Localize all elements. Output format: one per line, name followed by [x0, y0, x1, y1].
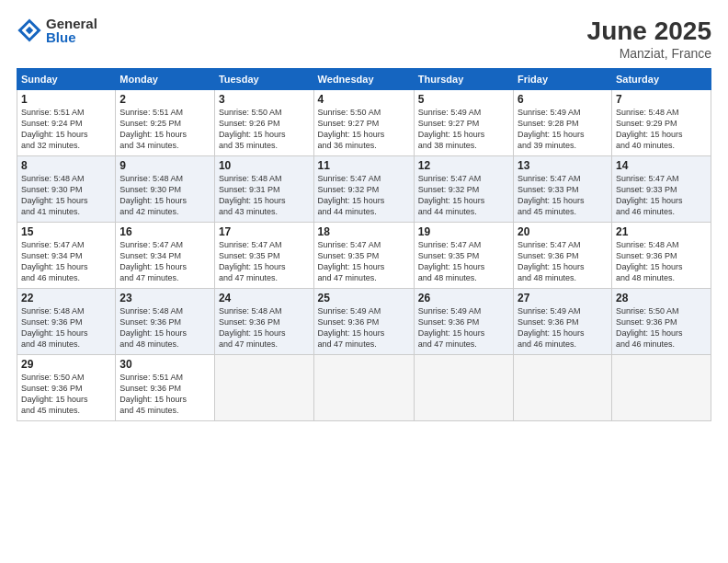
table-row: 12Sunrise: 5:47 AM Sunset: 9:32 PM Dayli…	[414, 156, 513, 223]
day-number: 17	[219, 225, 310, 238]
calendar-table: Sunday Monday Tuesday Wednesday Thursday…	[17, 68, 711, 421]
day-info: Sunrise: 5:47 AM Sunset: 9:36 PM Dayligh…	[518, 239, 608, 284]
day-info: Sunrise: 5:48 AM Sunset: 9:36 PM Dayligh…	[119, 305, 210, 350]
day-info: Sunrise: 5:47 AM Sunset: 9:35 PM Dayligh…	[219, 239, 310, 284]
header-row: Sunday Monday Tuesday Wednesday Thursday…	[17, 69, 711, 90]
calendar-header: Sunday Monday Tuesday Wednesday Thursday…	[17, 69, 711, 90]
day-number: 29	[21, 358, 111, 371]
table-row: 7Sunrise: 5:48 AM Sunset: 9:29 PM Daylig…	[611, 90, 711, 156]
day-info: Sunrise: 5:48 AM Sunset: 9:36 PM Dayligh…	[616, 239, 707, 284]
col-monday: Monday	[116, 69, 215, 90]
day-info: Sunrise: 5:47 AM Sunset: 9:32 PM Dayligh…	[418, 173, 509, 218]
month-title: June 2025	[587, 17, 711, 46]
day-number: 28	[616, 292, 707, 304]
col-sunday: Sunday	[17, 69, 116, 90]
day-number: 10	[219, 159, 310, 172]
day-info: Sunrise: 5:48 AM Sunset: 9:31 PM Dayligh…	[219, 173, 310, 218]
day-info: Sunrise: 5:47 AM Sunset: 9:34 PM Dayligh…	[119, 239, 210, 284]
table-row: 28Sunrise: 5:50 AM Sunset: 9:36 PM Dayli…	[611, 289, 711, 355]
day-info: Sunrise: 5:48 AM Sunset: 9:36 PM Dayligh…	[21, 305, 111, 350]
table-row: 21Sunrise: 5:48 AM Sunset: 9:36 PM Dayli…	[611, 223, 711, 289]
table-row: 24Sunrise: 5:48 AM Sunset: 9:36 PM Dayli…	[214, 289, 313, 355]
day-info: Sunrise: 5:49 AM Sunset: 9:36 PM Dayligh…	[418, 305, 509, 350]
day-number: 20	[518, 225, 608, 238]
day-info: Sunrise: 5:47 AM Sunset: 9:33 PM Dayligh…	[518, 173, 608, 218]
table-row: 26Sunrise: 5:49 AM Sunset: 9:36 PM Dayli…	[414, 289, 513, 355]
col-friday: Friday	[514, 69, 612, 90]
table-row: 16Sunrise: 5:47 AM Sunset: 9:34 PM Dayli…	[116, 223, 215, 289]
table-row	[214, 355, 313, 421]
calendar-week-row: 22Sunrise: 5:48 AM Sunset: 9:36 PM Dayli…	[17, 289, 711, 355]
day-number: 27	[518, 292, 608, 304]
table-row: 29Sunrise: 5:50 AM Sunset: 9:36 PM Dayli…	[17, 355, 116, 421]
day-number: 15	[21, 225, 111, 238]
day-info: Sunrise: 5:49 AM Sunset: 9:36 PM Dayligh…	[518, 305, 608, 350]
table-row	[414, 355, 513, 421]
calendar-week-row: 29Sunrise: 5:50 AM Sunset: 9:36 PM Dayli…	[17, 355, 711, 421]
day-info: Sunrise: 5:47 AM Sunset: 9:35 PM Dayligh…	[418, 239, 509, 284]
calendar-body: 1Sunrise: 5:51 AM Sunset: 9:24 PM Daylig…	[17, 90, 711, 421]
col-thursday: Thursday	[414, 69, 513, 90]
day-info: Sunrise: 5:47 AM Sunset: 9:33 PM Dayligh…	[616, 173, 707, 218]
day-info: Sunrise: 5:48 AM Sunset: 9:29 PM Dayligh…	[616, 107, 707, 152]
table-row: 14Sunrise: 5:47 AM Sunset: 9:33 PM Dayli…	[611, 156, 711, 223]
day-info: Sunrise: 5:47 AM Sunset: 9:35 PM Dayligh…	[318, 239, 410, 284]
table-row: 22Sunrise: 5:48 AM Sunset: 9:36 PM Dayli…	[17, 289, 116, 355]
day-number: 5	[418, 93, 509, 106]
table-row: 17Sunrise: 5:47 AM Sunset: 9:35 PM Dayli…	[214, 223, 313, 289]
day-info: Sunrise: 5:49 AM Sunset: 9:28 PM Dayligh…	[518, 107, 608, 152]
day-number: 3	[219, 93, 310, 106]
day-number: 4	[318, 93, 410, 106]
calendar-week-row: 1Sunrise: 5:51 AM Sunset: 9:24 PM Daylig…	[17, 90, 711, 156]
table-row: 2Sunrise: 5:51 AM Sunset: 9:25 PM Daylig…	[116, 90, 215, 156]
table-row: 25Sunrise: 5:49 AM Sunset: 9:36 PM Dayli…	[313, 289, 414, 355]
header: General Blue June 2025 Manziat, France	[17, 17, 711, 61]
day-number: 1	[21, 93, 111, 106]
day-info: Sunrise: 5:47 AM Sunset: 9:34 PM Dayligh…	[21, 239, 111, 284]
logo-blue: Blue	[46, 30, 97, 44]
day-number: 22	[21, 292, 111, 304]
day-number: 25	[318, 292, 410, 304]
table-row: 1Sunrise: 5:51 AM Sunset: 9:24 PM Daylig…	[17, 90, 116, 156]
table-row	[611, 355, 711, 421]
location: Manziat, France	[587, 46, 711, 61]
table-row: 13Sunrise: 5:47 AM Sunset: 9:33 PM Dayli…	[514, 156, 612, 223]
table-row: 30Sunrise: 5:51 AM Sunset: 9:36 PM Dayli…	[116, 355, 215, 421]
table-row	[514, 355, 612, 421]
table-row: 10Sunrise: 5:48 AM Sunset: 9:31 PM Dayli…	[214, 156, 313, 223]
table-row	[313, 355, 414, 421]
day-info: Sunrise: 5:49 AM Sunset: 9:36 PM Dayligh…	[318, 305, 410, 350]
table-row: 19Sunrise: 5:47 AM Sunset: 9:35 PM Dayli…	[414, 223, 513, 289]
day-number: 11	[318, 159, 410, 172]
day-number: 14	[616, 159, 707, 172]
table-row: 15Sunrise: 5:47 AM Sunset: 9:34 PM Dayli…	[17, 223, 116, 289]
table-row: 18Sunrise: 5:47 AM Sunset: 9:35 PM Dayli…	[313, 223, 414, 289]
day-number: 6	[518, 93, 608, 106]
day-info: Sunrise: 5:48 AM Sunset: 9:36 PM Dayligh…	[219, 305, 310, 350]
table-row: 6Sunrise: 5:49 AM Sunset: 9:28 PM Daylig…	[514, 90, 612, 156]
day-info: Sunrise: 5:50 AM Sunset: 9:36 PM Dayligh…	[21, 372, 111, 417]
table-row: 4Sunrise: 5:50 AM Sunset: 9:27 PM Daylig…	[313, 90, 414, 156]
day-number: 9	[119, 159, 210, 172]
calendar-week-row: 15Sunrise: 5:47 AM Sunset: 9:34 PM Dayli…	[17, 223, 711, 289]
logo-icon	[17, 17, 42, 43]
title-block: June 2025 Manziat, France	[587, 17, 711, 61]
day-number: 16	[119, 225, 210, 238]
table-row: 20Sunrise: 5:47 AM Sunset: 9:36 PM Dayli…	[514, 223, 612, 289]
col-tuesday: Tuesday	[214, 69, 313, 90]
day-number: 13	[518, 159, 608, 172]
day-number: 30	[119, 358, 210, 371]
day-number: 24	[219, 292, 310, 304]
day-number: 19	[418, 225, 509, 238]
table-row: 5Sunrise: 5:49 AM Sunset: 9:27 PM Daylig…	[414, 90, 513, 156]
day-number: 12	[418, 159, 509, 172]
col-wednesday: Wednesday	[313, 69, 414, 90]
day-info: Sunrise: 5:48 AM Sunset: 9:30 PM Dayligh…	[21, 173, 111, 218]
day-info: Sunrise: 5:48 AM Sunset: 9:30 PM Dayligh…	[119, 173, 210, 218]
table-row: 27Sunrise: 5:49 AM Sunset: 9:36 PM Dayli…	[514, 289, 612, 355]
table-row: 23Sunrise: 5:48 AM Sunset: 9:36 PM Dayli…	[116, 289, 215, 355]
day-number: 8	[21, 159, 111, 172]
calendar-week-row: 8Sunrise: 5:48 AM Sunset: 9:30 PM Daylig…	[17, 156, 711, 223]
day-info: Sunrise: 5:49 AM Sunset: 9:27 PM Dayligh…	[418, 107, 509, 152]
day-info: Sunrise: 5:50 AM Sunset: 9:27 PM Dayligh…	[318, 107, 410, 152]
